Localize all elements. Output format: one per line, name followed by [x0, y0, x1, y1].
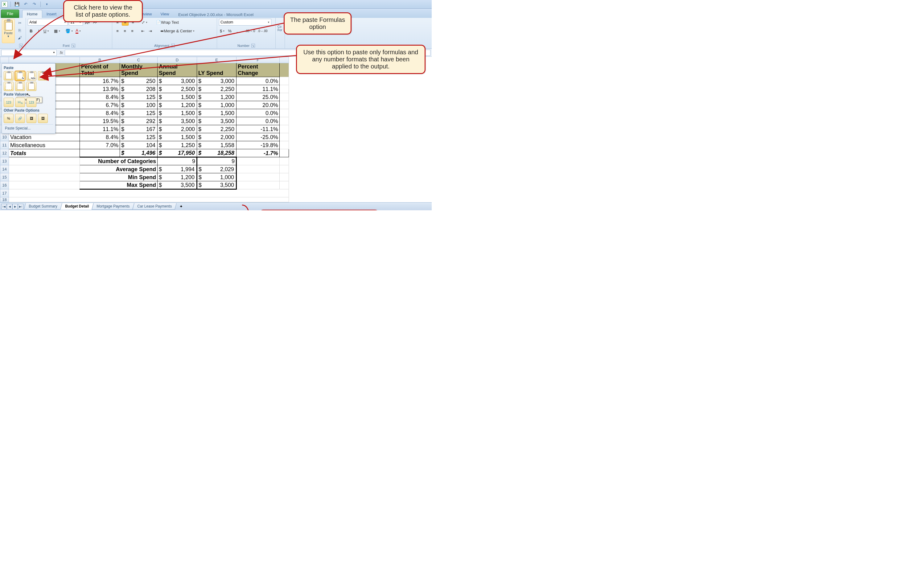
row-header[interactable]: 16 — [0, 181, 9, 189]
paste-linked-picture-option[interactable]: 🖼 — [38, 114, 48, 123]
cell[interactable]: $18,258 — [197, 149, 237, 157]
cell[interactable]: 13.9% — [80, 85, 120, 93]
cell[interactable]: $1,000 — [197, 101, 237, 109]
decrease-decimal-icon[interactable]: .0→.00 — [257, 28, 268, 34]
cell[interactable]: 8.4% — [80, 109, 120, 117]
cell[interactable]: $167 — [120, 125, 158, 133]
name-box[interactable]: ▼ — [1, 50, 57, 56]
cell[interactable]: $100 — [120, 101, 158, 109]
col-header[interactable]: F — [237, 57, 280, 63]
font-color-icon[interactable]: A▼ — [75, 28, 82, 34]
col-header[interactable] — [9, 57, 80, 63]
cell[interactable]: 25.0% — [237, 93, 280, 101]
cell[interactable]: $3,500 — [158, 117, 197, 125]
fill-color-icon[interactable]: 🪣▼ — [64, 28, 74, 34]
qat-customize-icon[interactable]: ▼ — [43, 1, 50, 8]
file-tab[interactable]: File — [1, 9, 19, 18]
paste-special-menu-item[interactable]: Paste Special... — [4, 124, 54, 132]
italic-button[interactable]: I — [35, 28, 42, 34]
paste-option-formulas-numberformat[interactable]: %fx — [26, 71, 37, 81]
cell[interactable]: 0.0% — [237, 109, 280, 117]
cell[interactable]: $1,994 — [158, 165, 197, 173]
row-header[interactable]: 13 — [0, 157, 9, 165]
cell[interactable]: Totals — [9, 149, 80, 157]
cell[interactable]: 9 — [158, 157, 197, 165]
cell[interactable]: $2,000 — [158, 125, 197, 133]
header-cell[interactable]: Monthly Spend — [120, 63, 158, 77]
cell[interactable]: $3,500 — [197, 117, 237, 125]
cell[interactable]: Number of Categories — [80, 157, 158, 165]
wrap-text-button[interactable]: 📄 Wrap Text — [154, 19, 181, 26]
cell[interactable]: Min Spend — [80, 173, 158, 181]
cell[interactable]: $1,200 — [158, 101, 197, 109]
cell[interactable]: $1,500 — [158, 109, 197, 117]
clipboard-launcher-icon[interactable]: ↘ — [19, 44, 23, 47]
tab-nav-first-icon[interactable]: I◀ — [1, 204, 7, 209]
cell[interactable]: $125 — [120, 109, 158, 117]
col-header[interactable]: D — [158, 57, 197, 63]
fx-icon[interactable]: fx — [60, 50, 63, 55]
increase-decimal-icon[interactable]: .00→.0 — [244, 28, 256, 34]
row-header[interactable]: 17 — [0, 189, 9, 198]
underline-button[interactable]: U▼ — [43, 28, 50, 34]
cell[interactable]: $1,500 — [197, 109, 237, 117]
format-painter-icon[interactable]: 🖌 — [16, 34, 23, 41]
tab-view[interactable]: View — [156, 10, 173, 18]
paste-values-option[interactable]: 123 — [4, 98, 14, 107]
cell[interactable]: 6.7% — [80, 101, 120, 109]
row-header[interactable]: 18 — [0, 198, 9, 202]
cell[interactable]: -11.1% — [237, 125, 280, 133]
cell[interactable]: 8.4% — [80, 93, 120, 101]
font-launcher-icon[interactable]: ↘ — [72, 44, 75, 47]
cell[interactable]: 16.7% — [80, 77, 120, 85]
paste-formatting-option[interactable]: % — [4, 114, 14, 123]
cell[interactable]: $208 — [120, 85, 158, 93]
tab-nav-last-icon[interactable]: ▶I — [18, 204, 23, 209]
cell[interactable]: 19.5% — [80, 117, 120, 125]
sheet-tab[interactable]: Budget Summary — [24, 203, 62, 210]
row-header[interactable]: 10 — [0, 133, 9, 141]
cell[interactable]: Max Spend — [80, 181, 158, 189]
col-header[interactable]: C — [120, 57, 158, 63]
cell[interactable]: $1,200 — [158, 173, 197, 181]
cell[interactable]: 7.0% — [80, 141, 120, 149]
redo-icon[interactable]: ↷ — [31, 1, 38, 8]
cell[interactable]: Vacation — [9, 133, 80, 141]
cell[interactable]: 11.1% — [237, 85, 280, 93]
row-header[interactable]: 12 — [0, 149, 9, 157]
worksheet-grid[interactable]: B C D E F Percent of Total Monthly Spend… — [0, 57, 432, 202]
borders-icon[interactable]: ▦▼ — [53, 28, 61, 34]
row-header[interactable]: 15 — [0, 173, 9, 181]
row-header[interactable]: 11 — [0, 141, 9, 149]
cell[interactable]: $17,950 — [158, 149, 197, 157]
undo-icon[interactable]: ↶ — [22, 1, 29, 8]
paste-values-sourceformat[interactable]: 123 — [26, 98, 37, 107]
tab-nav-prev-icon[interactable]: ◀ — [7, 204, 12, 209]
cell[interactable]: $1,558 — [197, 141, 237, 149]
cell[interactable]: $2,000 — [197, 133, 237, 141]
paste-link-option[interactable]: 🔗 — [15, 114, 25, 123]
cell[interactable]: Miscellaneous — [9, 141, 80, 149]
row-header[interactable]: 14 — [0, 165, 9, 173]
save-icon[interactable]: 💾 — [14, 1, 20, 8]
cell[interactable]: $1,200 — [197, 93, 237, 101]
cell[interactable]: $1,496 — [120, 149, 158, 157]
col-header[interactable]: B — [80, 57, 120, 63]
number-format-combo[interactable]: Custom▼ — [219, 19, 271, 26]
cell[interactable]: -25.0% — [237, 133, 280, 141]
paste-option-keep-source[interactable]: ▦ — [38, 71, 48, 81]
paste-option-no-borders[interactable] — [4, 82, 14, 91]
cell[interactable]: $3,500 — [158, 181, 197, 189]
cell[interactable]: 11.1% — [80, 125, 120, 133]
cell[interactable]: -1.7% — [237, 149, 280, 157]
accounting-format-icon[interactable]: $▼ — [219, 28, 226, 34]
cut-icon[interactable]: ✂ — [16, 20, 23, 26]
paste-option-all[interactable] — [4, 71, 14, 81]
number-launcher-icon[interactable]: ↘ — [251, 44, 255, 47]
increase-indent-icon[interactable]: ⇥ — [147, 28, 153, 34]
cell[interactable]: $2,029 — [197, 165, 237, 173]
cell[interactable]: $125 — [120, 133, 158, 141]
col-header[interactable]: E — [197, 57, 237, 63]
cell[interactable]: $2,250 — [197, 125, 237, 133]
paste-option-column-widths[interactable] — [15, 82, 25, 91]
